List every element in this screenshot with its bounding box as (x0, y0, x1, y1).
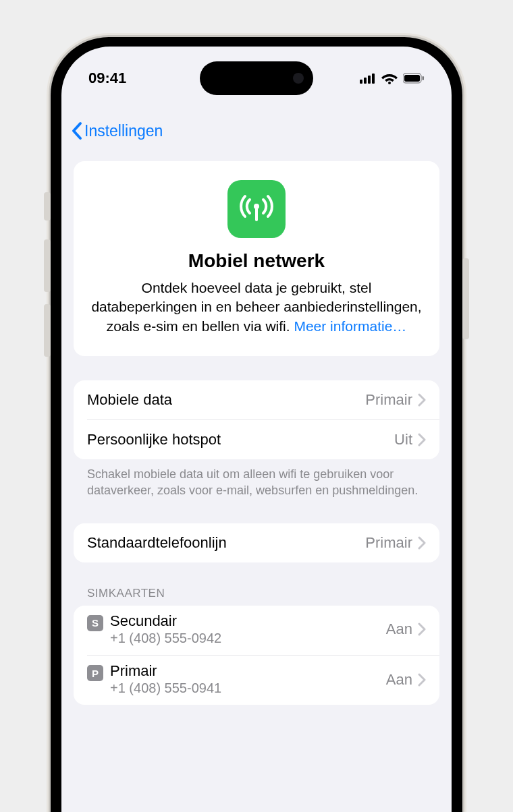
svg-rect-7 (423, 76, 425, 80)
sims-group: S Secundair +1 (408) 555-0942 Aan (74, 606, 439, 705)
sims-header: SIMKAARTEN (74, 562, 439, 606)
default-voice-line-row[interactable]: Standaardtelefoonlijn Primair (74, 523, 439, 562)
row-value: Primair (365, 391, 412, 409)
status-time: 09:41 (88, 69, 126, 87)
status-indicators (360, 72, 425, 84)
side-button (44, 239, 51, 292)
group-footer: Schakel mobiele data uit om alleen wifi … (74, 459, 439, 499)
nav-bar: Instellingen (61, 113, 452, 149)
hero-description: Ontdek hoeveel data je gebruikt, stel da… (90, 279, 423, 336)
svg-rect-2 (368, 76, 371, 84)
back-label: Instellingen (84, 122, 163, 140)
sim-name: Secundair (110, 612, 221, 630)
back-button[interactable]: Instellingen (71, 121, 163, 140)
svg-rect-0 (360, 80, 362, 84)
sim-badge-icon: P (87, 665, 103, 681)
svg-rect-6 (404, 75, 420, 82)
scroll-content[interactable]: Mobiel netwerk Ontdek hoeveel data je ge… (61, 149, 452, 812)
default-line-group: Standaardtelefoonlijn Primair (74, 523, 439, 562)
sim-row[interactable]: P Primair +1 (408) 555-0941 Aan (87, 655, 439, 705)
svg-rect-3 (372, 74, 375, 84)
row-label: Persoonlijke hotspot (87, 431, 221, 448)
chevron-right-icon (418, 393, 426, 407)
sim-row[interactable]: S Secundair +1 (408) 555-0942 Aan (74, 606, 439, 655)
row-value: Primair (365, 534, 412, 552)
chevron-right-icon (418, 622, 426, 636)
row-label: Standaardtelefoonlijn (87, 534, 227, 552)
side-button (44, 304, 51, 357)
screen: 09:41 (61, 47, 452, 812)
mobile-data-row[interactable]: Mobiele data Primair (74, 380, 439, 419)
sim-status: Aan (386, 671, 412, 689)
hero-card: Mobiel netwerk Ontdek hoeveel data je ge… (74, 161, 439, 356)
chevron-right-icon (418, 673, 426, 687)
data-settings-group: Mobiele data Primair Persoonlijke hotspo… (74, 380, 439, 459)
chevron-left-icon (71, 121, 83, 140)
row-value: Uit (394, 431, 412, 448)
cellular-app-icon (227, 180, 286, 238)
sim-name: Primair (110, 662, 221, 680)
sim-number: +1 (408) 555-0941 (110, 680, 221, 697)
status-bar: 09:41 (61, 63, 452, 94)
page-title: Mobiel netwerk (90, 250, 423, 272)
chevron-right-icon (418, 433, 426, 446)
sim-status: Aan (386, 620, 412, 638)
row-label: Mobiele data (87, 391, 172, 409)
sim-number: +1 (408) 555-0942 (110, 630, 221, 647)
side-button (462, 258, 469, 339)
chevron-right-icon (418, 536, 426, 550)
wifi-icon (381, 72, 398, 84)
learn-more-link[interactable]: Meer informatie… (294, 318, 406, 334)
personal-hotspot-row[interactable]: Persoonlijke hotspot Uit (87, 419, 439, 459)
cellular-icon (360, 73, 376, 84)
battery-icon (403, 73, 425, 84)
svg-rect-1 (364, 78, 367, 84)
svg-point-4 (388, 82, 391, 84)
side-button (44, 192, 51, 221)
phone-frame: 09:41 (51, 37, 462, 812)
sim-badge-icon: S (87, 615, 103, 631)
